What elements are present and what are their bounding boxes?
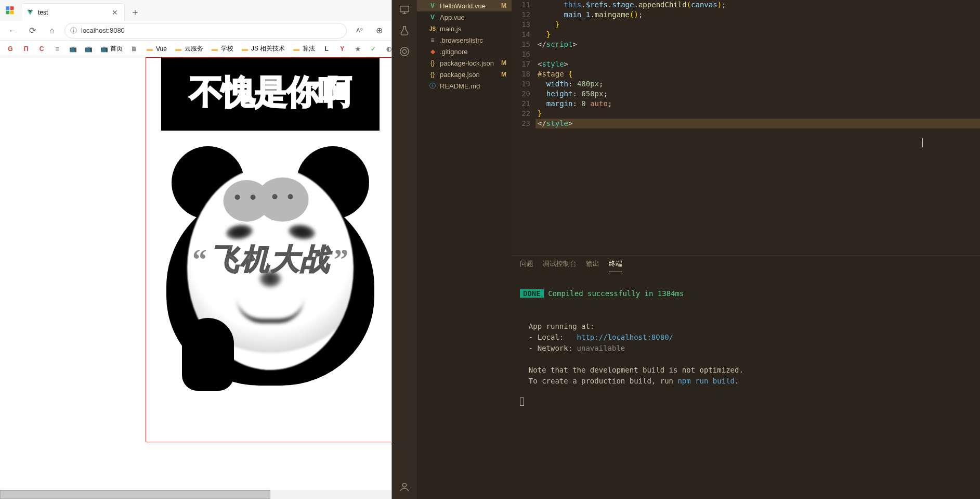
done-badge: DONE	[520, 289, 544, 298]
bookmark-label: 学校	[221, 44, 233, 53]
bookmark-item[interactable]: L	[320, 44, 333, 54]
url-input[interactable]: ⓘ localhost:8080	[64, 23, 347, 39]
file-name: .gitignore	[440, 48, 467, 56]
read-aloud-button[interactable]: A⁰	[352, 23, 367, 38]
bookmark-icon: 📺	[100, 45, 108, 53]
code-line-19[interactable]: width: 480px;	[535, 79, 980, 89]
code-line-16[interactable]	[535, 49, 980, 59]
site-info-icon[interactable]: ⓘ	[70, 26, 77, 35]
bookmark-label: 首页	[110, 44, 123, 53]
code-line-22[interactable]: }	[535, 109, 980, 119]
folder-icon: ▬	[211, 45, 219, 53]
file--browserslistrc[interactable]: ≡.browserslistrc	[417, 34, 512, 46]
file--gitignore[interactable]: ◆.gitignore	[417, 46, 512, 57]
file-package-json[interactable]: {}package.jsonM	[417, 69, 512, 80]
bookmark-item[interactable]: 📺	[67, 44, 79, 54]
file-package-lock-json[interactable]: {}package-lock.jsonM	[417, 57, 512, 69]
bookmark-icon: 🗎	[130, 45, 138, 53]
scroll-thumb[interactable]	[0, 490, 270, 499]
tab-close-button[interactable]: ✕	[111, 8, 119, 17]
url-text: localhost:8080	[81, 27, 125, 34]
bookmark-item[interactable]: ✓	[367, 44, 380, 54]
file-name: App.vue	[440, 14, 465, 21]
wechat-icon	[224, 162, 309, 224]
bookmark-item[interactable]: ▬Vue	[143, 44, 169, 54]
bookmark-item[interactable]: ★	[351, 44, 364, 54]
game-title: 飞机大战	[210, 240, 331, 279]
back-button[interactable]: ←	[5, 23, 20, 38]
game-stage[interactable]: 不愧是你啊 “ 飞机大战 ”	[146, 57, 391, 442]
panel-tab-调试控制台[interactable]: 调试控制台	[543, 256, 577, 272]
zoom-button[interactable]: ⊕	[372, 23, 386, 38]
modified-badge: M	[501, 59, 506, 67]
bookmark-item[interactable]: ▬学校	[208, 43, 236, 54]
address-bar: ← ⟳ ⌂ ⓘ localhost:8080 A⁰ ⊕	[0, 21, 391, 41]
code-line-15[interactable]: </script>	[535, 40, 980, 49]
file-README-md[interactable]: ⓘREADME.md	[417, 80, 512, 92]
panel-tab-终端[interactable]: 终端	[609, 256, 622, 272]
bookmark-item[interactable]: ◐	[383, 44, 391, 54]
refresh-button[interactable]: ⟳	[25, 23, 40, 38]
bookmark-item[interactable]: 📺	[82, 44, 95, 54]
file-icon: ≡	[428, 36, 437, 44]
file-name: package.json	[440, 71, 480, 79]
bookmark-label: Vue	[156, 45, 167, 53]
file-icon: JS	[428, 24, 437, 33]
file-App-vue[interactable]: VApp.vue	[417, 11, 512, 23]
file-HelloWorld-vue[interactable]: VHelloWorld.vueM	[417, 0, 512, 11]
modified-badge: M	[501, 71, 506, 78]
quote-left: “	[192, 243, 207, 276]
terminal-output[interactable]: DONE Compiled successfully in 1384ms App…	[512, 272, 980, 499]
code-line-12[interactable]: main_1.maingame();	[535, 10, 980, 20]
remote-icon[interactable]	[398, 3, 411, 17]
file-name: .browserslistrc	[440, 36, 483, 44]
code-line-18[interactable]: #stage {	[535, 69, 980, 79]
bookmark-label: JS 相关技术	[251, 44, 285, 53]
code-line-20[interactable]: height: 650px;	[535, 89, 980, 99]
build-cmd: npm run build	[677, 377, 735, 385]
code-editor[interactable]: 11121314151617181920212223 this.$refs.st…	[512, 0, 980, 255]
panel-tab-输出[interactable]: 输出	[586, 256, 599, 272]
bookmark-icon: Π	[22, 45, 30, 53]
bookmark-icon: 📺	[69, 45, 77, 53]
quote-right: ”	[334, 243, 348, 276]
bookmark-item[interactable]: G	[4, 44, 17, 54]
code-line-23[interactable]: </style>	[535, 119, 980, 129]
bookmark-item[interactable]: ▬算法	[290, 43, 317, 54]
code-line-13[interactable]: }	[535, 20, 980, 30]
code-area[interactable]: this.$refs.stage.appendChild(canvas); ma…	[535, 0, 980, 255]
bookmark-item[interactable]: C	[35, 44, 48, 54]
bookmark-label: 云服务	[185, 44, 203, 53]
compile-msg: Compiled successfully in 1384ms	[548, 289, 684, 298]
bookmark-icon: Y	[338, 45, 346, 53]
account-icon[interactable]	[398, 480, 411, 494]
code-line-14[interactable]: }	[535, 30, 980, 40]
testing-icon[interactable]	[398, 24, 411, 37]
bookmark-item[interactable]: ▬JS 相关技术	[239, 43, 287, 54]
tab-strip: test ✕ ＋	[0, 0, 391, 21]
bookmark-item[interactable]: 🗎	[128, 44, 140, 54]
bookmark-item[interactable]: Y	[336, 44, 348, 54]
chat-icon[interactable]	[398, 45, 411, 58]
new-tab-button[interactable]: ＋	[128, 5, 142, 19]
home-button[interactable]: ⌂	[45, 23, 59, 38]
bookmark-item[interactable]: ▬云服务	[172, 43, 205, 54]
bookmark-icon: ◐	[385, 45, 391, 53]
bookmark-item[interactable]: ≡	[51, 44, 63, 54]
code-line-21[interactable]: margin: 0 auto;	[535, 99, 980, 109]
bookmark-item[interactable]: Π	[20, 44, 32, 54]
bookmark-icon: ★	[354, 45, 362, 53]
horizontal-scrollbar[interactable]	[0, 490, 391, 499]
browser-tab[interactable]: test ✕	[21, 3, 125, 21]
code-line-11[interactable]: this.$refs.stage.appendChild(canvas);	[535, 0, 980, 10]
bookmark-item[interactable]: 📺首页	[98, 43, 125, 54]
code-line-17[interactable]: <style>	[535, 59, 980, 69]
modified-badge: M	[501, 2, 506, 9]
folder-icon: ▬	[292, 45, 300, 53]
file-name: main.js	[440, 25, 461, 33]
file-main-js[interactable]: JSmain.js	[417, 23, 512, 34]
term-line: - Network:	[520, 344, 577, 352]
browser-logo-icon	[5, 5, 15, 15]
panel-tab-问题[interactable]: 问题	[520, 256, 533, 272]
local-url[interactable]: http://localhost:8080/	[577, 333, 673, 341]
